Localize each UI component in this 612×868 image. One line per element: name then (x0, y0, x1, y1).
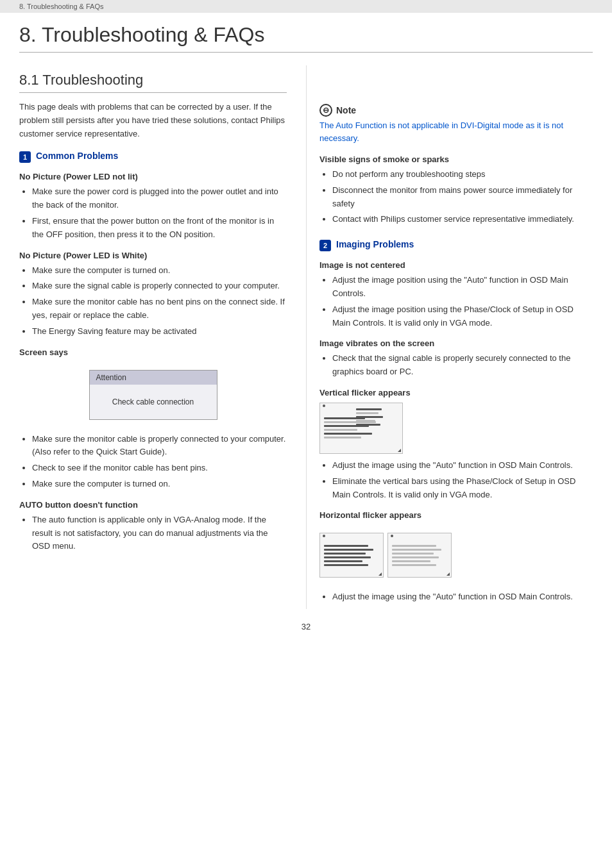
screen-says-header: Attention (90, 371, 217, 385)
list-item: Disconnect the monitor from mains power … (332, 184, 593, 211)
subsection-vertical-flicker: Vertical flicker appears (319, 388, 593, 397)
subsection-no-picture-white-led: No Picture (Power LED is White) (19, 251, 287, 260)
subsection-screen-says: Screen says (19, 347, 287, 357)
imaging-problems-heading: Imaging Problems (336, 239, 414, 249)
horizontal-flicker-image-2 (387, 533, 452, 578)
note-box: ⊖ Note The Auto Function is not applicab… (319, 104, 593, 144)
intro-text: This page deals with problems that can b… (19, 101, 287, 140)
note-label: Note (336, 105, 356, 115)
image-not-centered-list: Adjust the image position using the "Aut… (319, 274, 593, 330)
list-item: The auto function is applicable only in … (32, 513, 287, 553)
vertical-flicker-image (319, 403, 403, 454)
no-picture-no-led-list: Make sure the power cord is plugged into… (19, 185, 287, 241)
screen-says-dialog: Attention Check cable connection (89, 370, 217, 420)
subsection-image-vibrates: Image vibrates on the screen (319, 338, 593, 348)
section-8-1-title: 8.1 Troubleshooting (19, 72, 287, 93)
list-item: Contact with Philips customer service re… (332, 213, 593, 226)
horizontal-flicker-list: Adjust the image using the "Auto" functi… (319, 590, 593, 604)
screen-says-body: Check cable connection (90, 385, 217, 419)
list-item: Make sure the monitor cable has no bent … (32, 296, 287, 322)
list-item: First, ensure that the power button on t… (32, 215, 287, 242)
note-text: The Auto Function is not applicable in D… (319, 119, 593, 144)
subsection-auto-button: AUTO button doesn't function (19, 500, 287, 510)
auto-button-list: The auto function is applicable only in … (19, 513, 287, 553)
subsection-image-not-centered: Image is not centered (319, 260, 593, 270)
note-title: ⊖ Note (319, 104, 593, 117)
page-number: 32 (0, 609, 612, 638)
subsection-no-picture-no-led: No Picture (Power LED not lit) (19, 172, 287, 181)
screen-says-list: Make sure the monitor cable is properly … (19, 433, 287, 491)
no-picture-white-led-list: Make sure the computer is turned on. Mak… (19, 264, 287, 338)
list-item: Make sure the signal cable is properly c… (32, 280, 287, 293)
horizontal-flicker-image-1 (319, 533, 384, 578)
list-item: Make sure the power cord is plugged into… (32, 185, 287, 212)
main-title: 8. Troubleshooting & FAQs (19, 23, 593, 53)
page: 8. Troubleshooting & FAQs 8. Troubleshoo… (0, 0, 612, 868)
horizontal-flicker-images (319, 526, 593, 584)
imaging-problems-badge: 2 (319, 240, 331, 251)
list-item: Check to see if the monitor cable has be… (32, 462, 287, 475)
list-item: Eliminate the vertical bars using the Ph… (332, 475, 593, 502)
vertical-flicker-list: Adjust the image using the "Auto" functi… (319, 459, 593, 501)
smoke-sparks-list: Do not perform any troubleshooting steps… (319, 168, 593, 226)
list-item: Make sure the monitor cable is properly … (32, 433, 287, 460)
list-item: Adjust the image using the "Auto" functi… (332, 590, 593, 604)
list-item: Make sure the computer is turned on. (32, 478, 287, 491)
breadcrumb: 8. Troubleshooting & FAQs (0, 0, 612, 13)
list-item: Do not perform any troubleshooting steps (332, 168, 593, 181)
subsection-horizontal-flicker: Horizontal flicker appears (319, 510, 593, 520)
right-column: ⊖ Note The Auto Function is not applicab… (306, 65, 593, 609)
list-item: Adjust the image using the "Auto" functi… (332, 459, 593, 472)
common-problems-section: 1 Common Problems (19, 151, 287, 163)
imaging-problems-section: 2 Imaging Problems (319, 239, 593, 251)
common-problems-badge: 1 (19, 151, 31, 163)
left-column: 8.1 Troubleshooting This page deals with… (19, 65, 306, 609)
list-item: The Energy Saving feature may be activat… (32, 325, 287, 338)
note-icon: ⊖ (319, 104, 332, 117)
list-item: Make sure the computer is turned on. (32, 264, 287, 278)
image-vibrates-list: Check that the signal cable is properly … (319, 352, 593, 379)
common-problems-heading: Common Problems (36, 151, 118, 161)
subsection-smoke-sparks: Visible signs of smoke or sparks (319, 154, 593, 164)
list-item: Check that the signal cable is properly … (332, 352, 593, 379)
list-item: Adjust the image position using the "Aut… (332, 274, 593, 301)
list-item: Adjust the image position using the Phas… (332, 303, 593, 330)
